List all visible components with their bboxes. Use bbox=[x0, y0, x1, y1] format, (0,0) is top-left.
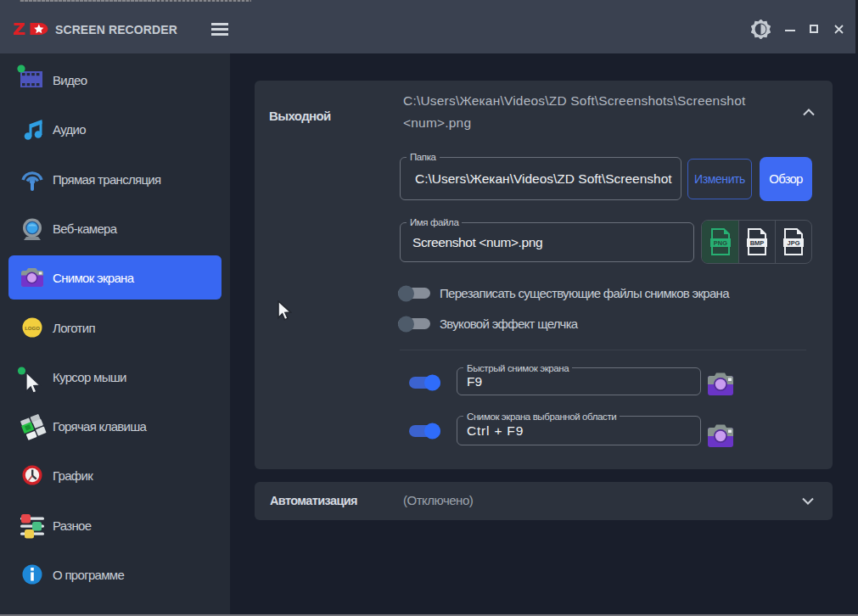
svg-text:BMP: BMP bbox=[750, 239, 765, 247]
svg-text:LOGO: LOGO bbox=[25, 325, 40, 330]
svg-text:PNG: PNG bbox=[713, 239, 726, 247]
svg-text:JPG: JPG bbox=[787, 239, 799, 247]
